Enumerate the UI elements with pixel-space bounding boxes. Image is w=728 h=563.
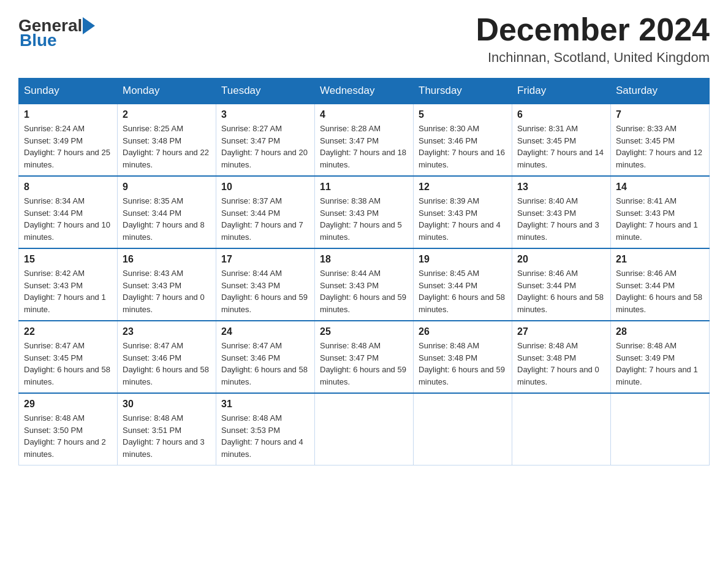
calendar-week-row: 8 Sunrise: 8:34 AMSunset: 3:44 PMDayligh… bbox=[19, 176, 710, 248]
day-info: Sunrise: 8:47 AMSunset: 3:45 PMDaylight:… bbox=[24, 340, 112, 388]
table-row: 3 Sunrise: 8:27 AMSunset: 3:47 PMDayligh… bbox=[216, 104, 315, 176]
table-row: 14 Sunrise: 8:41 AMSunset: 3:43 PMDaylig… bbox=[611, 176, 710, 248]
day-info: Sunrise: 8:47 AMSunset: 3:46 PMDaylight:… bbox=[221, 340, 309, 388]
col-saturday: Saturday bbox=[611, 79, 710, 104]
table-row: 10 Sunrise: 8:37 AMSunset: 3:44 PMDaylig… bbox=[216, 176, 315, 248]
table-row: 12 Sunrise: 8:39 AMSunset: 3:43 PMDaylig… bbox=[414, 176, 512, 248]
col-thursday: Thursday bbox=[414, 79, 512, 104]
day-number: 20 bbox=[517, 254, 605, 265]
day-number: 30 bbox=[123, 399, 211, 410]
logo-blue-label: Blue bbox=[20, 31, 57, 50]
day-number: 23 bbox=[123, 326, 211, 337]
table-row: 6 Sunrise: 8:31 AMSunset: 3:45 PMDayligh… bbox=[512, 104, 611, 176]
table-row: 1 Sunrise: 8:24 AMSunset: 3:49 PMDayligh… bbox=[19, 104, 118, 176]
day-number: 1 bbox=[24, 109, 112, 120]
calendar-table: Sunday Monday Tuesday Wednesday Thursday… bbox=[18, 78, 710, 465]
table-row: 20 Sunrise: 8:46 AMSunset: 3:44 PMDaylig… bbox=[512, 248, 611, 321]
day-info: Sunrise: 8:25 AMSunset: 3:48 PMDaylight:… bbox=[123, 123, 211, 170]
day-number: 5 bbox=[419, 109, 507, 120]
table-row: 23 Sunrise: 8:47 AMSunset: 3:46 PMDaylig… bbox=[118, 321, 216, 393]
day-number: 18 bbox=[320, 254, 408, 265]
table-row bbox=[611, 393, 710, 465]
day-info: Sunrise: 8:35 AMSunset: 3:44 PMDaylight:… bbox=[123, 195, 211, 243]
col-tuesday: Tuesday bbox=[216, 79, 315, 104]
calendar-week-row: 22 Sunrise: 8:47 AMSunset: 3:45 PMDaylig… bbox=[19, 321, 710, 393]
table-row bbox=[512, 393, 611, 465]
day-info: Sunrise: 8:47 AMSunset: 3:46 PMDaylight:… bbox=[123, 340, 211, 388]
day-number: 17 bbox=[221, 254, 309, 265]
day-number: 27 bbox=[517, 326, 605, 337]
day-number: 13 bbox=[517, 182, 605, 193]
table-row: 9 Sunrise: 8:35 AMSunset: 3:44 PMDayligh… bbox=[118, 176, 216, 248]
table-row: 29 Sunrise: 8:48 AMSunset: 3:50 PMDaylig… bbox=[19, 393, 118, 465]
table-row: 27 Sunrise: 8:48 AMSunset: 3:48 PMDaylig… bbox=[512, 321, 611, 393]
day-number: 26 bbox=[419, 326, 507, 337]
day-number: 7 bbox=[616, 109, 704, 120]
table-row: 30 Sunrise: 8:48 AMSunset: 3:51 PMDaylig… bbox=[118, 393, 216, 465]
day-info: Sunrise: 8:44 AMSunset: 3:43 PMDaylight:… bbox=[221, 267, 309, 315]
day-info: Sunrise: 8:33 AMSunset: 3:45 PMDaylight:… bbox=[616, 123, 704, 170]
day-number: 11 bbox=[320, 182, 408, 193]
table-row: 31 Sunrise: 8:48 AMSunset: 3:53 PMDaylig… bbox=[216, 393, 315, 465]
day-number: 19 bbox=[419, 254, 507, 265]
day-info: Sunrise: 8:28 AMSunset: 3:47 PMDaylight:… bbox=[320, 123, 408, 170]
day-number: 4 bbox=[320, 109, 408, 120]
day-info: Sunrise: 8:45 AMSunset: 3:44 PMDaylight:… bbox=[419, 267, 507, 315]
table-row bbox=[414, 393, 512, 465]
day-info: Sunrise: 8:48 AMSunset: 3:53 PMDaylight:… bbox=[221, 412, 309, 460]
day-info: Sunrise: 8:46 AMSunset: 3:44 PMDaylight:… bbox=[616, 267, 704, 315]
table-row: 13 Sunrise: 8:40 AMSunset: 3:43 PMDaylig… bbox=[512, 176, 611, 248]
day-info: Sunrise: 8:48 AMSunset: 3:47 PMDaylight:… bbox=[320, 340, 408, 388]
day-number: 14 bbox=[616, 182, 704, 193]
calendar-week-row: 29 Sunrise: 8:48 AMSunset: 3:50 PMDaylig… bbox=[19, 393, 710, 465]
table-row: 22 Sunrise: 8:47 AMSunset: 3:45 PMDaylig… bbox=[19, 321, 118, 393]
day-info: Sunrise: 8:39 AMSunset: 3:43 PMDaylight:… bbox=[419, 195, 507, 243]
day-info: Sunrise: 8:42 AMSunset: 3:43 PMDaylight:… bbox=[24, 267, 112, 315]
day-info: Sunrise: 8:37 AMSunset: 3:44 PMDaylight:… bbox=[221, 195, 309, 243]
table-row: 19 Sunrise: 8:45 AMSunset: 3:44 PMDaylig… bbox=[414, 248, 512, 321]
month-title: December 2024 bbox=[476, 12, 710, 47]
table-row: 11 Sunrise: 8:38 AMSunset: 3:43 PMDaylig… bbox=[315, 176, 414, 248]
calendar-week-row: 15 Sunrise: 8:42 AMSunset: 3:43 PMDaylig… bbox=[19, 248, 710, 321]
day-number: 15 bbox=[24, 254, 112, 265]
table-row: 25 Sunrise: 8:48 AMSunset: 3:47 PMDaylig… bbox=[315, 321, 414, 393]
page-header: General General Blue December 2024 Inchi… bbox=[18, 12, 710, 66]
col-sunday: Sunday bbox=[19, 79, 118, 104]
table-row: 21 Sunrise: 8:46 AMSunset: 3:44 PMDaylig… bbox=[611, 248, 710, 321]
table-row: 28 Sunrise: 8:48 AMSunset: 3:49 PMDaylig… bbox=[611, 321, 710, 393]
day-info: Sunrise: 8:34 AMSunset: 3:44 PMDaylight:… bbox=[24, 195, 112, 243]
calendar-header-row: Sunday Monday Tuesday Wednesday Thursday… bbox=[19, 79, 710, 104]
day-info: Sunrise: 8:30 AMSunset: 3:46 PMDaylight:… bbox=[419, 123, 507, 170]
day-info: Sunrise: 8:31 AMSunset: 3:45 PMDaylight:… bbox=[517, 123, 605, 170]
day-info: Sunrise: 8:24 AMSunset: 3:49 PMDaylight:… bbox=[24, 123, 112, 170]
day-info: Sunrise: 8:40 AMSunset: 3:43 PMDaylight:… bbox=[517, 195, 605, 243]
table-row: 5 Sunrise: 8:30 AMSunset: 3:46 PMDayligh… bbox=[414, 104, 512, 176]
table-row: 26 Sunrise: 8:48 AMSunset: 3:48 PMDaylig… bbox=[414, 321, 512, 393]
day-number: 21 bbox=[616, 254, 704, 265]
svg-marker-0 bbox=[83, 17, 95, 34]
calendar-week-row: 1 Sunrise: 8:24 AMSunset: 3:49 PMDayligh… bbox=[19, 104, 710, 176]
day-number: 3 bbox=[221, 109, 309, 120]
day-number: 31 bbox=[221, 399, 309, 410]
table-row: 18 Sunrise: 8:44 AMSunset: 3:43 PMDaylig… bbox=[315, 248, 414, 321]
table-row: 15 Sunrise: 8:42 AMSunset: 3:43 PMDaylig… bbox=[19, 248, 118, 321]
day-info: Sunrise: 8:48 AMSunset: 3:51 PMDaylight:… bbox=[123, 412, 211, 460]
day-info: Sunrise: 8:48 AMSunset: 3:48 PMDaylight:… bbox=[517, 340, 605, 388]
title-section: December 2024 Inchinnan, Scotland, Unite… bbox=[476, 12, 710, 66]
table-row: 24 Sunrise: 8:47 AMSunset: 3:46 PMDaylig… bbox=[216, 321, 315, 393]
day-info: Sunrise: 8:44 AMSunset: 3:43 PMDaylight:… bbox=[320, 267, 408, 315]
day-number: 12 bbox=[419, 182, 507, 193]
day-number: 22 bbox=[24, 326, 112, 337]
table-row: 17 Sunrise: 8:44 AMSunset: 3:43 PMDaylig… bbox=[216, 248, 315, 321]
day-info: Sunrise: 8:46 AMSunset: 3:44 PMDaylight:… bbox=[517, 267, 605, 315]
day-number: 9 bbox=[123, 182, 211, 193]
day-info: Sunrise: 8:41 AMSunset: 3:43 PMDaylight:… bbox=[616, 195, 704, 243]
day-info: Sunrise: 8:48 AMSunset: 3:50 PMDaylight:… bbox=[24, 412, 112, 460]
day-number: 2 bbox=[123, 109, 211, 120]
day-number: 28 bbox=[616, 326, 704, 337]
day-number: 24 bbox=[221, 326, 309, 337]
col-monday: Monday bbox=[118, 79, 216, 104]
table-row: 4 Sunrise: 8:28 AMSunset: 3:47 PMDayligh… bbox=[315, 104, 414, 176]
day-number: 16 bbox=[123, 254, 211, 265]
table-row: 16 Sunrise: 8:43 AMSunset: 3:43 PMDaylig… bbox=[118, 248, 216, 321]
